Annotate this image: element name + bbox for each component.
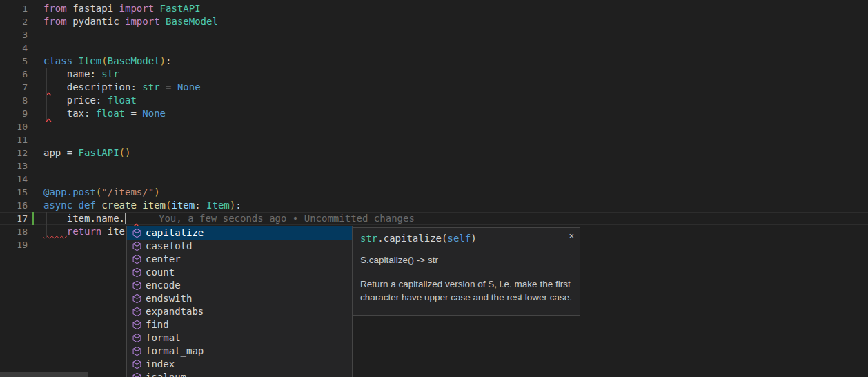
code-token: = [125, 108, 142, 119]
code-token: app = [43, 147, 79, 158]
close-icon[interactable]: × [569, 231, 574, 241]
code-line[interactable]: 14 [0, 173, 868, 186]
code-lines: 1from fastapi import FastAPI2from pydant… [0, 2, 868, 251]
line-number: 19 [0, 238, 28, 251]
code-line[interactable]: 6 name: str [0, 68, 868, 81]
code-token: import [119, 16, 160, 27]
code-token: class [43, 55, 72, 66]
suggest-item-center[interactable]: center [127, 253, 352, 266]
line-number: 9 [0, 107, 28, 120]
code-line[interactable]: 13 [0, 160, 868, 173]
text-cursor [125, 213, 126, 224]
suggest-docs-panel: str.capitalize(self) × S.capitalize() ->… [353, 227, 580, 316]
suggest-item-label: find [146, 318, 169, 331]
code-token: .capitalize( [377, 233, 447, 244]
code-line[interactable]: 12app = FastAPI() [0, 146, 868, 160]
git-blame-annotation: You, a few seconds ago • Uncommitted cha… [159, 212, 415, 225]
code-token: self [447, 233, 471, 244]
line-number: 16 [0, 199, 28, 212]
code-line[interactable]: 8 price: float [0, 94, 868, 107]
code-token: : [166, 55, 171, 66]
code-token: ) [471, 233, 476, 244]
suggest-item-format[interactable]: format [127, 331, 352, 345]
code-token: float [90, 108, 125, 119]
suggest-list[interactable]: capitalizecasefoldcentercountencodeendsw… [126, 226, 353, 377]
code-token: item [171, 200, 195, 211]
line-number: 17 [0, 212, 28, 225]
code-token: : [195, 200, 206, 211]
method-icon [131, 359, 142, 370]
line-number: 10 [0, 120, 28, 133]
indent-guide [46, 68, 47, 120]
method-icon [131, 320, 142, 331]
code-token: str [360, 233, 377, 244]
code-token: fastapi [67, 3, 113, 14]
suggest-item-label: count [146, 266, 175, 279]
line-number: 6 [0, 68, 28, 81]
code-token: price: [43, 95, 101, 106]
code-token: = [160, 81, 177, 93]
line-number: 2 [0, 15, 28, 28]
line-number: 13 [0, 160, 28, 173]
suggest-item-label: encode [146, 279, 181, 292]
code-token: FastAPI [79, 147, 119, 158]
method-icon [131, 267, 142, 278]
code-line[interactable]: 10 [0, 120, 868, 133]
suggest-item-endswith[interactable]: endswith [127, 292, 352, 305]
code-line[interactable]: 2from pydantic import BaseModel [0, 15, 868, 28]
docs-summary: S.capitalize() -> str [360, 255, 573, 265]
suggest-item-count[interactable]: count [127, 266, 352, 279]
code-token: : [235, 200, 241, 211]
docs-description: Return a capitalized version of S, i.e. … [360, 278, 573, 304]
code-token: None [142, 108, 166, 119]
code-line[interactable]: 4 [0, 41, 868, 55]
suggest-item-capitalize[interactable]: capitalize [127, 226, 352, 240]
suggest-item-isalnum[interactable]: isalnum [127, 371, 352, 377]
line-number: 4 [0, 41, 28, 55]
code-token: Item [206, 200, 230, 211]
line-number: 7 [0, 81, 28, 94]
code-token: @app.post [43, 186, 96, 197]
method-icon [131, 293, 142, 304]
code-token: ite [101, 226, 125, 237]
suggest-item-label: index [146, 358, 175, 371]
line-number: 14 [0, 173, 28, 186]
code-token: description: [43, 81, 137, 93]
line-number: 3 [0, 28, 28, 41]
code-token [43, 226, 67, 237]
code-editor: 1from fastapi import FastAPI2from pydant… [0, 0, 868, 377]
code-line[interactable]: 11 [0, 133, 868, 146]
horizontal-scrollbar[interactable] [0, 372, 88, 377]
suggest-item-index[interactable]: index [127, 358, 352, 371]
suggest-item-format_map[interactable]: format_map [127, 345, 352, 358]
code-token: create_item [96, 200, 166, 211]
line-number: 11 [0, 133, 28, 146]
code-line[interactable]: 5class Item(BaseModel): [0, 55, 868, 68]
code-line[interactable]: 3 [0, 28, 868, 41]
code-line[interactable]: 16async def create_item(item: Item): [0, 199, 868, 212]
code-line[interactable]: 1from fastapi import FastAPI [0, 2, 868, 15]
method-icon [131, 333, 142, 344]
suggest-item-encode[interactable]: encode [127, 279, 352, 292]
suggest-item-label: casefold [146, 240, 192, 253]
code-line[interactable]: 9 tax: float = None [0, 107, 868, 120]
code-token: str [137, 81, 160, 93]
autocomplete-popup: capitalizecasefoldcentercountencodeendsw… [126, 226, 581, 377]
suggest-item-label: format [146, 331, 181, 345]
line-number: 12 [0, 146, 28, 160]
docs-signature: str.capitalize(self) [360, 232, 573, 245]
suggest-item-find[interactable]: find [127, 318, 352, 331]
code-token: from [43, 16, 67, 27]
code-token: Item [72, 55, 101, 66]
suggest-item-casefold[interactable]: casefold [127, 240, 352, 253]
method-icon [131, 280, 142, 291]
indent-guide [46, 212, 47, 238]
code-line[interactable]: 7 description: str = None [0, 81, 868, 94]
suggest-item-expandtabs[interactable]: expandtabs [127, 305, 352, 318]
code-token: item.name. [43, 213, 125, 224]
suggest-item-label: isalnum [146, 371, 186, 377]
code-token: FastAPI [154, 3, 200, 14]
code-line[interactable]: 17 item.name.You, a few seconds ago • Un… [0, 212, 868, 225]
code-line[interactable]: 15@app.post("/items/") [0, 186, 868, 199]
code-token: ) [154, 186, 159, 197]
